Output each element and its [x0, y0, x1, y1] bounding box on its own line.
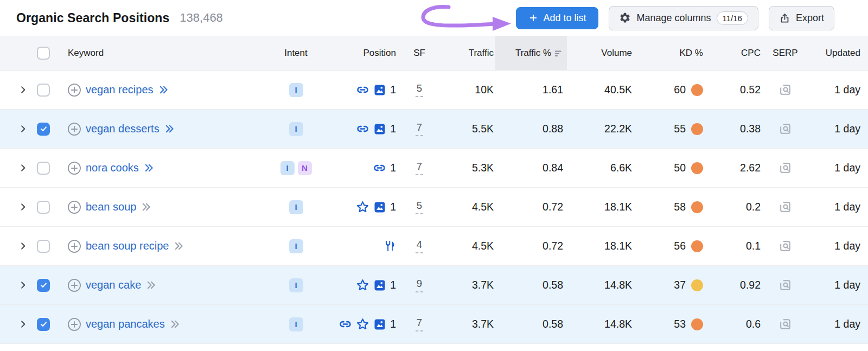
- row-checkbox[interactable]: [37, 162, 50, 175]
- sf-value[interactable]: 7: [416, 317, 423, 331]
- table-row[interactable]: nora cooks IN 1 7 5.3K 0.84 6.6K 50 2.62…: [0, 149, 868, 188]
- serp-preview-icon[interactable]: [778, 122, 793, 136]
- add-keyword-plus-circle-icon[interactable]: [67, 239, 81, 253]
- traffic-value: 5.3K: [441, 149, 495, 187]
- keyword-link[interactable]: vegan pancakes: [86, 318, 165, 330]
- double-chevron-icon[interactable]: [173, 240, 184, 252]
- intent-badge-informational[interactable]: I: [289, 83, 303, 97]
- intent-badge-informational[interactable]: I: [289, 200, 303, 214]
- table-header-row: Keyword Intent Position SF Traffic Traff…: [0, 36, 868, 71]
- select-all-checkbox[interactable]: [37, 47, 50, 60]
- intent-badge-informational[interactable]: I: [289, 122, 303, 136]
- sf-value[interactable]: 5: [416, 200, 423, 214]
- updated-value: 1 day: [808, 227, 868, 265]
- intent-badge-informational[interactable]: I: [280, 161, 295, 175]
- column-header-volume[interactable]: Volume: [567, 36, 634, 70]
- table-row[interactable]: vegan pancakes I 1 7 3.7K 0.58 14.8K 53 …: [0, 305, 868, 344]
- sf-value[interactable]: 7: [416, 161, 423, 175]
- volume-value: 14.8K: [567, 305, 634, 343]
- keyword-link[interactable]: vegan cake: [86, 279, 141, 291]
- serp-preview-icon[interactable]: [778, 278, 793, 292]
- expand-row-chevron-icon[interactable]: [18, 241, 28, 251]
- expand-row-chevron-icon[interactable]: [18, 163, 28, 173]
- table-row[interactable]: bean soup recipe I 4 4.5K 0.72 18.1K 56 …: [0, 227, 868, 266]
- cpc-value: 0.6: [704, 305, 762, 343]
- double-chevron-icon[interactable]: [158, 84, 169, 95]
- table-row[interactable]: vegan desserts I 1 7 5.5K 0.88 22.2K 55 …: [0, 110, 868, 149]
- traffic-pct-value: 0.58: [495, 266, 567, 304]
- expand-row-chevron-icon[interactable]: [18, 85, 28, 94]
- kd-difficulty-dot: [691, 123, 703, 135]
- column-header-keyword[interactable]: Keyword: [68, 48, 104, 59]
- export-button[interactable]: Export: [769, 6, 834, 30]
- column-header-traffic[interactable]: Traffic: [441, 36, 495, 70]
- cpc-value: 0.1: [704, 227, 762, 265]
- column-header-position[interactable]: Position: [322, 36, 398, 70]
- updated-value: 1 day: [808, 188, 868, 226]
- row-checkbox[interactable]: [37, 240, 50, 253]
- traffic-value: 3.7K: [441, 266, 495, 304]
- keyword-link[interactable]: bean soup: [86, 201, 136, 213]
- table-row[interactable]: vegan recipes I 1 5 10K 1.61 40.5K 60 0.…: [0, 71, 868, 110]
- plus-icon: [528, 13, 538, 23]
- table-row[interactable]: bean soup I 1 5 4.5K 0.72 18.1K 58 0.2 1…: [0, 188, 868, 227]
- sf-value[interactable]: 5: [416, 82, 423, 97]
- traffic-value: 5.5K: [441, 110, 495, 148]
- page-title: Organic Search Positions: [16, 11, 169, 25]
- serp-preview-icon[interactable]: [778, 82, 793, 97]
- intent-badge-informational[interactable]: I: [289, 278, 303, 292]
- sf-value[interactable]: 4: [416, 239, 423, 253]
- sf-value[interactable]: 9: [416, 278, 423, 292]
- column-header-kd[interactable]: KD %: [634, 36, 704, 70]
- expand-row-chevron-icon[interactable]: [18, 280, 28, 290]
- add-keyword-plus-circle-icon[interactable]: [67, 122, 81, 136]
- intent-badge-navigational[interactable]: N: [298, 161, 312, 175]
- organic-search-positions-panel: Organic Search Positions 138,468 Add to …: [0, 0, 868, 351]
- traffic-pct-value: 0.58: [495, 305, 567, 343]
- double-chevron-icon[interactable]: [145, 279, 157, 291]
- add-keyword-plus-circle-icon[interactable]: [67, 278, 81, 292]
- manage-columns-button[interactable]: Manage columns 11/16: [609, 6, 758, 30]
- expand-row-chevron-icon[interactable]: [18, 320, 28, 329]
- kd-difficulty-dot: [691, 318, 703, 330]
- serp-preview-icon[interactable]: [778, 317, 793, 331]
- row-checkbox[interactable]: [37, 318, 50, 331]
- column-header-sf[interactable]: SF: [398, 36, 441, 70]
- sf-value[interactable]: 7: [416, 122, 423, 136]
- serp-preview-icon[interactable]: [778, 239, 793, 253]
- add-keyword-plus-circle-icon[interactable]: [67, 83, 81, 97]
- table-row[interactable]: vegan cake I 1 9 3.7K 0.58 14.8K 37 0.92…: [0, 266, 868, 305]
- double-chevron-icon[interactable]: [164, 123, 175, 135]
- intent-badge-informational[interactable]: I: [289, 317, 303, 331]
- expand-row-chevron-icon[interactable]: [18, 124, 28, 133]
- expand-row-chevron-icon[interactable]: [18, 202, 28, 212]
- image-serp-feature-icon: [373, 279, 386, 292]
- keyword-link[interactable]: vegan desserts: [86, 123, 159, 135]
- row-checkbox[interactable]: [37, 84, 50, 97]
- column-header-serp[interactable]: SERP: [762, 36, 808, 70]
- add-keyword-plus-circle-icon[interactable]: [67, 161, 81, 175]
- double-chevron-icon[interactable]: [143, 162, 155, 174]
- add-keyword-plus-circle-icon[interactable]: [67, 317, 81, 331]
- serp-preview-icon[interactable]: [778, 200, 793, 214]
- double-chevron-icon[interactable]: [141, 201, 152, 213]
- add-keyword-plus-circle-icon[interactable]: [67, 200, 81, 214]
- double-chevron-icon[interactable]: [169, 318, 181, 330]
- columns-count-badge: 11/16: [717, 11, 748, 25]
- serp-preview-icon[interactable]: [778, 161, 793, 175]
- column-header-traffic-pct[interactable]: Traffic %: [495, 36, 567, 70]
- kd-difficulty-dot: [691, 84, 703, 96]
- keyword-link[interactable]: vegan recipes: [86, 84, 154, 96]
- keyword-link[interactable]: bean soup recipe: [86, 240, 169, 252]
- add-to-list-button[interactable]: Add to list: [516, 7, 598, 29]
- keyword-link[interactable]: nora cooks: [86, 162, 139, 174]
- row-checkbox[interactable]: [37, 201, 50, 214]
- kd-value: 58: [674, 201, 686, 213]
- column-header-updated[interactable]: Updated: [808, 36, 868, 70]
- row-checkbox[interactable]: [37, 123, 50, 136]
- manage-columns-label: Manage columns: [636, 12, 711, 24]
- intent-badge-informational[interactable]: I: [289, 239, 303, 253]
- row-checkbox[interactable]: [37, 279, 50, 292]
- column-header-intent[interactable]: Intent: [270, 36, 322, 70]
- column-header-cpc[interactable]: CPC: [704, 36, 762, 70]
